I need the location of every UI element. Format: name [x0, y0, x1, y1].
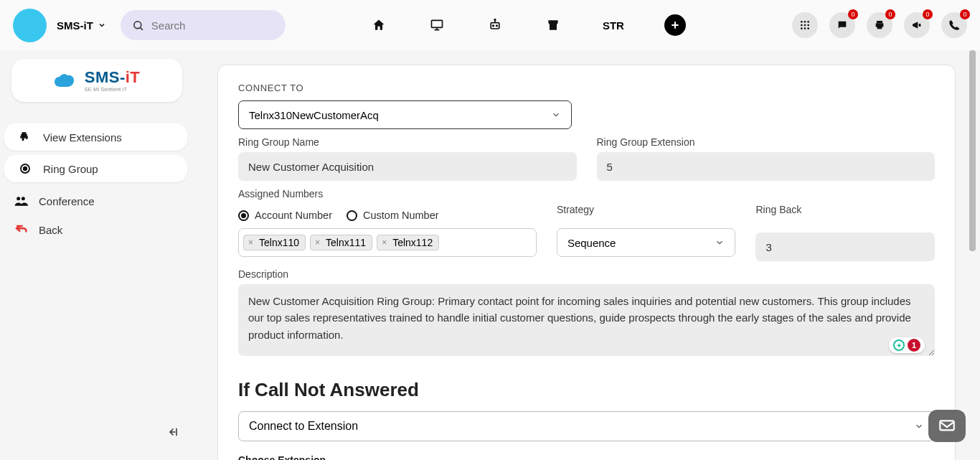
app-header: SMS-iT STR 0	[0, 0, 980, 50]
svg-point-17	[807, 24, 809, 27]
svg-point-14	[807, 21, 809, 23]
if-not-answered-select[interactable]: Connect to Extension	[238, 411, 935, 441]
svg-point-26	[24, 167, 27, 171]
monitor-icon[interactable]	[428, 17, 446, 34]
ring-back-label: Ring Back	[755, 204, 935, 215]
collapse-sidebar-icon[interactable]	[166, 426, 179, 438]
scrollbar-thumb[interactable]	[969, 50, 976, 251]
ring-group-name-input[interactable]	[238, 152, 577, 181]
chat-badge: 0	[848, 9, 858, 19]
add-button[interactable]	[664, 14, 686, 36]
sidebar-item-label: View Extensions	[43, 131, 122, 144]
main-content: CONNECT TO Telnx310NewCustomerAcq Ring G…	[193, 50, 980, 460]
chevron-down-icon	[98, 21, 106, 29]
svg-point-28	[22, 197, 25, 200]
tag-label: Telnx111	[326, 237, 366, 248]
remove-tag-icon[interactable]: ×	[380, 238, 388, 248]
connect-to-label: CONNECT TO	[238, 83, 935, 93]
radio-label: Account Number	[255, 210, 332, 221]
phone-badge: 0	[960, 9, 970, 19]
svg-point-16	[804, 24, 806, 27]
tag-label: Telnx112	[392, 237, 433, 248]
sidebar-item-label: Ring Group	[43, 163, 98, 175]
svg-rect-21	[877, 21, 882, 23]
home-icon[interactable]	[370, 17, 388, 34]
remove-tag-icon[interactable]: ×	[314, 238, 321, 248]
puzzle-icon	[17, 131, 33, 144]
remove-tag-icon[interactable]: ×	[247, 238, 255, 248]
if-not-answered-title: If Call Not Answered	[238, 379, 935, 401]
svg-rect-2	[432, 20, 443, 27]
radio-label: Custom Number	[363, 210, 439, 221]
cloud-icon	[53, 72, 79, 88]
svg-point-20	[807, 27, 809, 29]
svg-point-18	[801, 27, 803, 29]
assigned-numbers-input[interactable]: × Telnx110 × Telnx111 × Telnx112	[238, 228, 537, 257]
ring-group-ext-input[interactable]	[597, 152, 936, 181]
ring-back-input[interactable]	[755, 233, 935, 261]
svg-rect-31	[940, 421, 954, 430]
search-icon	[132, 19, 144, 32]
choose-extension-label: Choose Extension	[238, 454, 935, 460]
strategy-value: Sequence	[567, 237, 616, 249]
target-icon	[17, 162, 33, 175]
sidebar-item-conference[interactable]: Conference	[0, 187, 193, 215]
svg-rect-23	[877, 26, 882, 29]
back-icon	[13, 222, 29, 237]
svg-point-7	[496, 25, 498, 27]
sidebar-item-ring-group[interactable]: Ring Group	[4, 155, 187, 182]
print-icon[interactable]: 0	[867, 12, 892, 38]
megaphone-icon[interactable]: 0	[904, 12, 930, 38]
description-label: Description	[238, 268, 935, 280]
phone-icon[interactable]: 0	[941, 12, 967, 38]
logo-text-it: iT	[126, 68, 141, 86]
radio-custom-number[interactable]: Custom Number	[347, 210, 439, 221]
brand-dropdown[interactable]: SMS-iT	[57, 19, 106, 32]
tag-label: Telnx110	[259, 237, 299, 248]
strategy-select[interactable]: Sequence	[557, 228, 736, 257]
search-input-wrap[interactable]	[121, 10, 286, 40]
str-label[interactable]: STR	[603, 19, 624, 32]
ring-group-ext-label: Ring Group Extension	[597, 136, 936, 148]
bot-icon[interactable]	[486, 17, 504, 34]
scrollbar[interactable]	[968, 50, 977, 460]
chevron-down-icon	[914, 421, 924, 431]
search-input[interactable]	[151, 19, 288, 32]
number-tag: × Telnx112	[377, 235, 439, 250]
connect-to-select[interactable]: Telnx310NewCustomerAcq	[238, 100, 572, 129]
svg-point-27	[17, 197, 20, 200]
help-chat-button[interactable]	[928, 410, 966, 442]
number-tag: × Telnx111	[310, 235, 372, 250]
chevron-down-icon	[551, 110, 561, 120]
sidebar-item-view-extensions[interactable]: View Extensions	[4, 123, 187, 151]
logo: SMS-iT SE-Mi Sentient iT	[11, 59, 182, 102]
radio-icon	[238, 210, 249, 221]
apps-icon[interactable]	[792, 12, 818, 38]
store-icon[interactable]	[545, 17, 562, 34]
ring-group-name-label: Ring Group Name	[238, 136, 577, 148]
svg-point-9	[495, 19, 496, 21]
description-input[interactable]	[238, 284, 935, 356]
announce-badge: 0	[923, 9, 933, 19]
assigned-numbers-radio-group: Account Number Custom Number	[238, 210, 537, 221]
svg-point-15	[801, 24, 803, 27]
svg-line-1	[141, 27, 143, 29]
sidebar-item-back[interactable]: Back	[0, 215, 193, 244]
ring-group-form: CONNECT TO Telnx310NewCustomerAcq Ring G…	[217, 65, 956, 460]
number-tag: × Telnx110	[243, 235, 306, 250]
chat-icon[interactable]: 0	[829, 12, 855, 38]
radio-account-number[interactable]: Account Number	[238, 210, 332, 221]
sidebar-item-label: Conference	[39, 195, 95, 207]
if-not-answered-value: Connect to Extension	[249, 420, 358, 433]
logo-subtitle: SE-Mi Sentient iT	[85, 87, 141, 92]
strategy-label: Strategy	[557, 204, 736, 215]
people-icon	[13, 194, 29, 208]
svg-point-0	[134, 21, 141, 28]
sidebar-nav: View Extensions Ring Group Conference Ba…	[0, 123, 193, 244]
avatar[interactable]	[13, 9, 47, 42]
assigned-numbers-label: Assigned Numbers	[238, 188, 935, 200]
connect-to-value: Telnx310NewCustomerAcq	[249, 109, 379, 121]
grammar-widget[interactable]: ✦ 1	[889, 337, 925, 353]
print-badge: 0	[885, 9, 895, 19]
header-right: 0 0 0 0	[792, 12, 967, 38]
